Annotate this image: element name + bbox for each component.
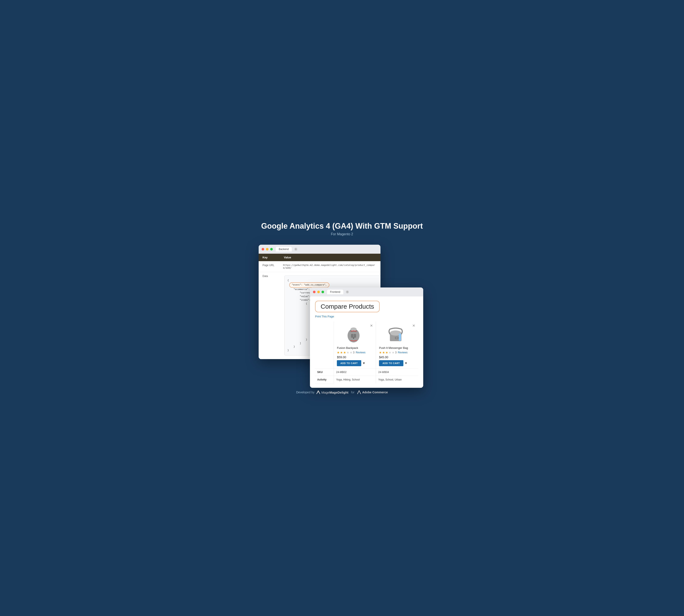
product2-sku: 24-WB04 bbox=[376, 369, 418, 376]
svg-rect-12 bbox=[395, 337, 398, 338]
product1-reviews-link[interactable]: Reviews bbox=[356, 351, 365, 354]
frontend-tab-label[interactable]: Frontend bbox=[327, 290, 343, 294]
col-key-header: Key bbox=[259, 254, 280, 261]
compare-title-box: Compare Products bbox=[315, 301, 380, 312]
footer-for-label: for bbox=[351, 391, 355, 394]
backend-titlebar: Backend ✕ bbox=[259, 245, 381, 254]
adobe-logo-icon bbox=[357, 390, 361, 394]
product2-reviews-count: 3 bbox=[395, 351, 396, 354]
frontend-content: Compare Products Print This Page ✕ bbox=[310, 296, 423, 388]
minimize-dot[interactable] bbox=[266, 248, 269, 250]
sku-label: SKU bbox=[315, 369, 334, 376]
compare-table: ✕ bbox=[315, 322, 418, 383]
backend-tab-label[interactable]: Backend bbox=[276, 247, 292, 251]
product1-sku: 24-MB02 bbox=[334, 369, 376, 376]
svg-point-5 bbox=[353, 337, 354, 339]
magedelight-logo: MageMageDelight bbox=[316, 390, 348, 394]
svg-rect-7 bbox=[355, 328, 356, 331]
frontend-tab-close-icon[interactable]: ✕ bbox=[346, 290, 349, 293]
footer: Developed by MageMageDelight for Adobe C… bbox=[296, 390, 388, 394]
product2-name: Push It Messenger Bag bbox=[379, 346, 415, 350]
product2-reviews-link[interactable]: Reviews bbox=[398, 351, 407, 354]
value-cell-url: https://ga4withgtm.m2.demo.magedelight.c… bbox=[280, 261, 381, 272]
product1-close-button[interactable]: ✕ bbox=[370, 324, 373, 328]
frontend-minimize-dot[interactable] bbox=[317, 291, 320, 293]
event-highlight-wrapper: "event": "add_to_compare", bbox=[288, 282, 381, 288]
adobe-commerce-name: Adobe Commerce bbox=[362, 391, 388, 394]
footer-developed-by: Developed by bbox=[296, 391, 315, 394]
event-highlight: "event": "add_to_compare", bbox=[289, 282, 329, 288]
page-header: Google Analytics 4 (GA4) With GTM Suppor… bbox=[261, 222, 423, 236]
key-cell-data: Data bbox=[259, 272, 280, 280]
product2-wishlist-icon[interactable]: ♥ bbox=[405, 361, 407, 365]
svg-rect-6 bbox=[351, 328, 353, 331]
svg-rect-10 bbox=[399, 333, 401, 341]
backpack-image bbox=[344, 325, 363, 344]
product1-action-row: ADD TO CART ♥ bbox=[337, 360, 373, 366]
product2-stars: ★ ★ ★ ★ ★ 3 Reviews bbox=[379, 351, 415, 354]
adobe-commerce-logo: Adobe Commerce bbox=[357, 390, 388, 394]
star2-filled: ★ bbox=[340, 351, 343, 354]
maximize-dot[interactable] bbox=[270, 248, 273, 250]
table-header: Key Value bbox=[259, 254, 381, 261]
product1-price: $59.00 bbox=[337, 355, 373, 359]
p2-star4-empty: ★ bbox=[389, 351, 391, 354]
activity-label: Activity bbox=[315, 376, 334, 383]
empty-col bbox=[315, 322, 334, 369]
p2-star3-filled: ★ bbox=[385, 351, 388, 354]
activity-row: Activity Yoga, Hiking, School Yoga, Scho… bbox=[315, 376, 418, 383]
table-row-url: Page URL https://ga4withgtm.m2.demo.mage… bbox=[259, 261, 381, 272]
product1-name: Fusion Backpack bbox=[337, 346, 373, 350]
print-link[interactable]: Print This Page bbox=[315, 315, 418, 318]
tab-close-icon[interactable]: ✕ bbox=[294, 248, 297, 251]
product1-reviews-count: 3 bbox=[353, 351, 355, 354]
product1-wishlist-icon[interactable]: ♥ bbox=[363, 361, 365, 365]
product-col-1: ✕ bbox=[334, 322, 376, 369]
star3-filled: ★ bbox=[343, 351, 346, 354]
frontend-window: Frontend ✕ Compare Products Print This P… bbox=[310, 287, 423, 388]
frontend-close-dot[interactable] bbox=[313, 291, 316, 293]
product2-add-to-cart-button[interactable]: ADD TO CART bbox=[379, 360, 403, 366]
page-subtitle: For Magento 2 bbox=[261, 232, 423, 236]
compare-title: Compare Products bbox=[321, 303, 374, 310]
product2-action-row: ADD TO CART ♥ bbox=[379, 360, 415, 366]
product2-activity: Yoga, School, Urban bbox=[376, 376, 418, 383]
star4-empty: ★ bbox=[346, 351, 349, 354]
star5-empty: ★ bbox=[350, 351, 352, 354]
magedelight-logo-icon bbox=[316, 390, 320, 394]
product1-add-to-cart-button[interactable]: ADD TO CART bbox=[337, 360, 361, 366]
key-cell-url: Page URL bbox=[259, 261, 280, 269]
product1-activity: Yoga, Hiking, School bbox=[334, 376, 376, 383]
frontend-titlebar: Frontend ✕ bbox=[310, 287, 423, 296]
messenger-bag-image bbox=[386, 325, 405, 344]
page-title: Google Analytics 4 (GA4) With GTM Suppor… bbox=[261, 222, 423, 230]
p2-star5-empty: ★ bbox=[392, 351, 394, 354]
p2-star2-filled: ★ bbox=[382, 351, 385, 354]
close-dot[interactable] bbox=[261, 248, 264, 250]
p2-star1-filled: ★ bbox=[379, 351, 382, 354]
product2-close-button[interactable]: ✕ bbox=[412, 324, 415, 328]
sku-row: SKU 24-MB02 24-WB04 bbox=[315, 369, 418, 376]
star1-filled: ★ bbox=[337, 351, 340, 354]
code-line-open: { bbox=[288, 279, 381, 282]
product1-stars: ★ ★ ★ ★ ★ 3 Reviews bbox=[337, 351, 373, 354]
product-col-2: ✕ bbox=[376, 322, 418, 369]
products-row: ✕ bbox=[315, 322, 418, 369]
magedelight-name: MageMageDelight bbox=[321, 391, 348, 394]
screenshots-container: Backend ✕ Key Value Page URL https://ga4… bbox=[259, 245, 425, 377]
frontend-maximize-dot[interactable] bbox=[321, 291, 324, 293]
product2-price: $45.00 bbox=[379, 355, 415, 359]
col-value-header: Value bbox=[280, 254, 381, 261]
